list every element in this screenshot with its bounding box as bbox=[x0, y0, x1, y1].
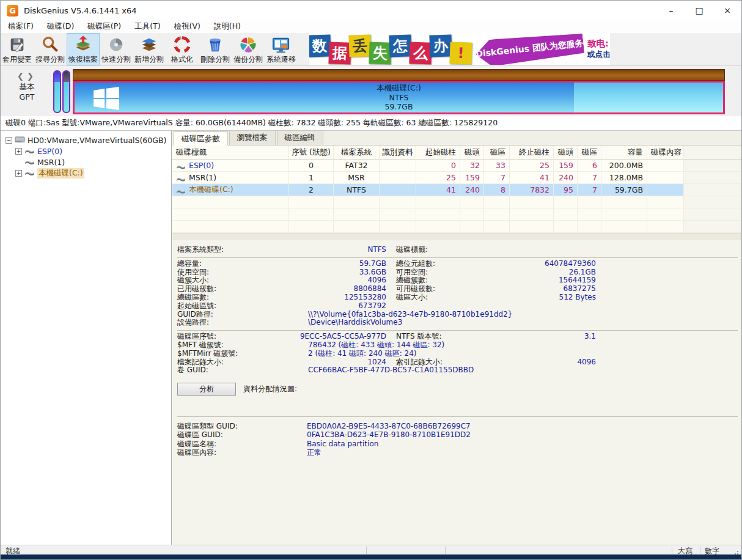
toolbar-button-系統遷移[interactable]: 系統遷移 bbox=[265, 33, 298, 65]
toolbar-button-label: 系統遷移 bbox=[266, 54, 296, 65]
empty-cell bbox=[510, 208, 554, 221]
column-header: 磁區 bbox=[484, 146, 510, 160]
detail-row: 磁簇大小:4096總磁簇數:15644159 bbox=[177, 276, 738, 285]
tree-node-label: MSR(1) bbox=[37, 158, 65, 167]
maximize-button[interactable]: □ bbox=[685, 1, 713, 20]
detail-value: 786432 (磁柱: 433 磁頭: 144 磁區: 32) bbox=[275, 341, 738, 350]
status-bar: 就緒 大寫 數字 bbox=[1, 545, 741, 554]
toolbar-button-套用變更[interactable]: 套用變更 bbox=[1, 33, 34, 65]
tab-瀏覽檔案[interactable]: 瀏覽檔案 bbox=[229, 130, 276, 145]
toolbar-button-搜尋分割[interactable]: 搜尋分割 bbox=[34, 33, 67, 65]
expand-toggle-icon[interactable]: + bbox=[15, 170, 22, 177]
detail-label: 可用磁簇數: bbox=[396, 285, 488, 293]
table-row[interactable]: 本機磁碟(C:)2NTFS412408783295759.7GB bbox=[172, 184, 742, 196]
column-header: 磁碟標籤 bbox=[172, 146, 289, 160]
empty-cell bbox=[289, 221, 334, 233]
minimize-button[interactable]: – bbox=[657, 1, 685, 20]
disk-info-text: 磁碟0 端口:Sas 型號:VMware,VMwareVirtualS 容量: … bbox=[6, 118, 498, 128]
toolbar-button-label: 格式化 bbox=[171, 54, 193, 65]
empty-cell bbox=[380, 208, 416, 221]
detail-value: 15644159 bbox=[488, 276, 596, 285]
tree-node-MSR(1)[interactable]: MSR(1) bbox=[1, 157, 171, 168]
detail-label: 檔案系統類型: bbox=[177, 246, 275, 254]
id-cell bbox=[380, 184, 416, 196]
toolbar-button-快速分割[interactable]: 快速分割 bbox=[100, 33, 133, 65]
expand-toggle-icon[interactable]: + bbox=[15, 148, 22, 155]
empty-cell bbox=[380, 221, 416, 233]
toolbar-button-新增分割[interactable]: 新增分割 bbox=[133, 33, 166, 65]
ad-banner[interactable]: 数据丢失怎么办! DiskGenius 团队为您服务 致电: 400-008-9… bbox=[309, 33, 610, 65]
empty-cell bbox=[289, 208, 334, 221]
detail-value: 8806884 bbox=[275, 285, 386, 293]
detail-row: 已用磁簇數:8806884可用磁簇數:6837275 bbox=[177, 285, 738, 293]
partition-icon bbox=[176, 187, 186, 193]
column-header: 容量 bbox=[601, 146, 647, 160]
detail-gap bbox=[386, 268, 396, 277]
detail-value: 125153280 bbox=[275, 293, 386, 302]
seq-cell: 2 bbox=[289, 184, 334, 196]
capacity-cell: 128.0MB bbox=[601, 172, 647, 184]
close-button[interactable]: × bbox=[713, 1, 741, 20]
delete-partition-icon bbox=[206, 35, 224, 54]
detail-label: 磁碟區序號: bbox=[177, 333, 275, 341]
app-logo-icon: G bbox=[7, 5, 18, 17]
table-empty-row bbox=[172, 196, 742, 208]
toolbar-button-刪除分割[interactable]: 刪除分割 bbox=[199, 33, 232, 65]
next-disk-arrow-icon[interactable]: ❯ bbox=[27, 72, 37, 81]
guid-value: 正常 bbox=[275, 448, 738, 457]
menu-item[interactable]: 檔案(F) bbox=[2, 20, 40, 33]
toolbar-button-label: 恢復檔案 bbox=[68, 54, 98, 65]
detail-gap bbox=[386, 302, 396, 311]
resize-grip[interactable] bbox=[734, 549, 740, 554]
column-header: 磁區 bbox=[578, 146, 601, 160]
detail-label: 索引記錄大小: bbox=[396, 358, 488, 367]
disk-bar-header[interactable] bbox=[73, 69, 725, 81]
toolbar-button-格式化[interactable]: 格式化 bbox=[166, 33, 199, 65]
esp-partition-capsule[interactable] bbox=[53, 70, 61, 113]
detail-label: 總磁區數: bbox=[177, 293, 275, 302]
disk-type-label: 基本 bbox=[7, 81, 47, 92]
detail-gap bbox=[386, 285, 396, 293]
detail-gap bbox=[386, 276, 396, 285]
banner-qq-link[interactable]: 或点击此处选择QQ咨询 bbox=[587, 50, 610, 60]
partition-name: ESP(0) bbox=[189, 161, 214, 170]
table-row[interactable]: MSR(1)1MSR251597412407128.0MB bbox=[172, 172, 742, 184]
tab-磁碟區參數[interactable]: 磁碟區參數 bbox=[174, 131, 228, 146]
detail-value: CCF66BAC-F5BF-477D-BC57-C1A01155DBBD bbox=[275, 366, 738, 375]
tree-node-ESP(0)[interactable]: +ESP(0) bbox=[1, 146, 171, 157]
menu-item[interactable]: 磁碟(D) bbox=[41, 20, 80, 33]
toolbar-button-label: 搜尋分割 bbox=[35, 54, 65, 65]
menu-item[interactable]: 檢視(V) bbox=[168, 20, 207, 33]
toolbar-button-恢復檔案[interactable]: 恢復檔案 bbox=[67, 33, 100, 65]
collapse-toggle-icon[interactable]: − bbox=[6, 137, 12, 144]
guid-row: 磁碟區名稱:Basic data partition bbox=[177, 440, 738, 448]
analyze-button[interactable]: 分析 bbox=[177, 383, 236, 396]
msr-partition-capsule[interactable] bbox=[62, 70, 70, 113]
tab-磁區編輯[interactable]: 磁區編輯 bbox=[277, 130, 323, 145]
table-row[interactable]: ESP(0)0FAT3203233251596200.0MB bbox=[172, 160, 742, 172]
menu-item[interactable]: 工具(T) bbox=[128, 20, 166, 33]
detail-label: 使用空間: bbox=[177, 268, 275, 277]
prev-disk-arrow-icon[interactable]: ❮ bbox=[17, 72, 27, 81]
banner-tile: 数 bbox=[309, 34, 331, 57]
partition-name-cell: MSR(1) bbox=[172, 172, 289, 184]
analyze-row: 分析 資料分配情況圖: bbox=[177, 378, 738, 416]
disk-bar: 本機磁碟(C:) NTFS 59.7GB bbox=[73, 69, 725, 114]
toolbar-button-備份分割[interactable]: 備份分割 bbox=[232, 33, 265, 65]
guid-section: 磁碟區類型 GUID:EBD0A0A2-B9E5-4433-87C0-68B6B… bbox=[177, 417, 738, 460]
menu-item[interactable]: 磁碟區(P) bbox=[81, 20, 127, 33]
tree-node-root[interactable]: −HD0:VMware,VMwareVirtualS(60GB) bbox=[1, 134, 171, 146]
banner-tile: 失 bbox=[369, 42, 391, 64]
chs-cell: 6 bbox=[578, 160, 601, 172]
column-header: 磁頭 bbox=[460, 146, 484, 160]
tree-node-本機磁碟(C:)[interactable]: +本機磁碟(C:) bbox=[1, 168, 171, 179]
chs-cell: 25 bbox=[510, 160, 554, 172]
diskgenius-window: { "window": { "title": "DiskGenius V5.4.… bbox=[0, 0, 742, 560]
c-drive-partition-bar[interactable]: 本機磁碟(C:) NTFS 59.7GB bbox=[73, 81, 725, 114]
column-header: 識別資料 bbox=[380, 146, 416, 160]
empty-cell bbox=[334, 208, 380, 221]
empty-cell bbox=[601, 196, 647, 208]
menu-item[interactable]: 說明(H) bbox=[208, 20, 247, 33]
tree-root-label: HD0:VMware,VMwareVirtualS(60GB) bbox=[28, 136, 166, 145]
chs-cell: 32 bbox=[460, 160, 484, 172]
